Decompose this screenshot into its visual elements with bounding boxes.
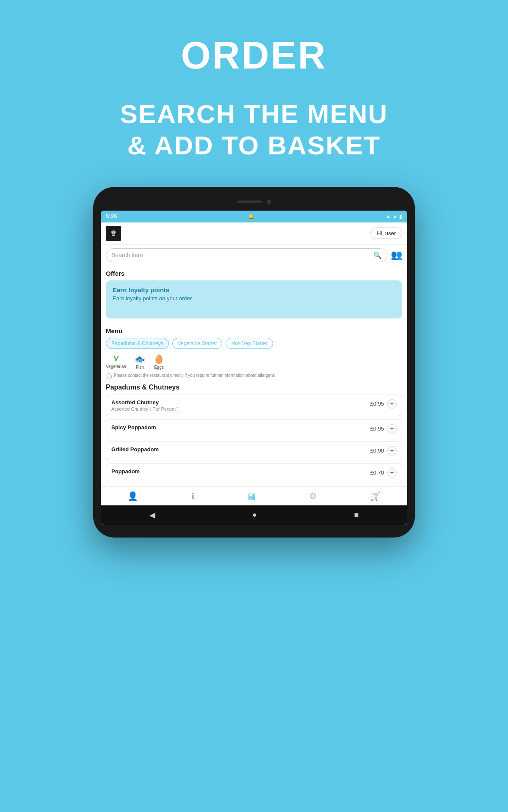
fish-label: Fish [136,365,144,370]
nav-item-info[interactable]: ℹ [191,491,195,501]
page-title: ORDER [181,34,327,77]
dietary-fish: 🐟 Fish [135,354,145,370]
status-notification-icon: 🔔 [248,214,254,219]
menu-categories: Papadums & Chutneys Vegetable Starter No… [106,338,402,349]
dietary-icons-row: V Vegetarian 🐟 Fish 🥚 Eggs [106,354,402,370]
category-chip-veg-starter[interactable]: Vegetable Starter [172,338,223,349]
gear-icon: ⚙ [309,491,317,501]
app-logo: ♛ [106,226,121,241]
offers-label: Offers [106,270,402,277]
vegetarian-icon: V [113,354,119,363]
fish-icon: 🐟 [135,354,145,364]
status-battery-icon: ▮ [399,214,402,219]
dietary-vegetarian: V Vegetarian [106,354,126,369]
info-icon: i [106,373,112,379]
eggs-label: Eggs [154,365,164,370]
nav-item-basket[interactable]: 🛒 [370,491,381,501]
status-signal-icon: ▲ [392,214,398,219]
category-chip-nonveg-starter[interactable]: Non Veg Starter [226,338,273,349]
back-button[interactable]: ◀ [149,510,155,520]
menu-item-price: £0.70 [370,469,384,476]
table-row: Poppadom £0.70 + [106,464,402,482]
menu-item-info: Spicy Poppadom [111,424,370,431]
menu-item-name: Grilled Poppadom [111,446,370,453]
search-placeholder: Search item [111,252,370,258]
profile-icon: 👤 [127,491,138,501]
menu-label: Menu [106,327,402,335]
table-row: Grilled Poppadom £0.90 + [106,442,402,460]
search-section: Search item 🔍 👥 [101,245,407,266]
device-frame: 5:25 🔔 ▲ ▲ ▮ ♛ Hi, user Search item 🔍 👥 [93,187,415,538]
add-item-button[interactable]: + [387,399,397,409]
menu-item-price: £0.95 [370,425,384,432]
add-item-button[interactable]: + [387,424,397,433]
menu-item-price: £0.90 [370,447,384,454]
menu-item-name: Spicy Poppadom [111,424,370,431]
offers-section: Offers Earn loyalty points Earn loyalty … [101,266,407,323]
menu-item-info: Poppadom [111,468,370,475]
menu-item-info: Assorted Chutney Assorted Chutney ( Per … [111,399,370,411]
device-camera [267,200,271,204]
device-speaker [237,200,262,203]
home-button[interactable]: ● [252,510,257,519]
android-nav-bar: ◀ ● ■ [101,505,407,525]
menu-item-desc: Assorted Chutney ( Per Person ) [111,406,370,411]
dietary-eggs: 🥚 Eggs [154,354,164,370]
crown-icon: ♛ [110,229,117,238]
menu-subsection-title: Papadums & Chutneys [106,384,402,391]
table-row: Assorted Chutney Assorted Chutney ( Per … [106,395,402,416]
basket-icon: 🛒 [370,491,381,501]
bottom-nav: 👤 ℹ ▦ ⚙ 🛒 [101,486,407,505]
app-header: ♛ Hi, user [101,222,407,245]
allergen-text: Please contact the restaurant directly i… [114,373,275,378]
filter-people-icon[interactable]: 👥 [391,250,402,261]
status-time: 5:25 [106,213,117,219]
nav-item-profile[interactable]: 👤 [127,491,138,501]
recent-button[interactable]: ■ [354,510,359,519]
offer-title: Earn loyalty points [113,286,395,294]
menu-item-price: £0.95 [370,401,384,407]
search-bar[interactable]: Search item 🔍 [106,248,387,262]
device-screen: 5:25 🔔 ▲ ▲ ▮ ♛ Hi, user Search item 🔍 👥 [101,211,407,525]
info-nav-icon: ℹ [191,491,195,501]
page-subtitle: SEARCH THE MENU & ADD TO BASKET [120,99,388,162]
table-row: Spicy Poppadom £0.95 + [106,420,402,438]
nav-item-settings[interactable]: ⚙ [309,491,317,501]
offer-card[interactable]: Earn loyalty points Earn loyalty points … [106,280,402,318]
menu-section: Menu Papadums & Chutneys Vegetable Start… [101,323,407,486]
search-icon: 🔍 [373,251,382,259]
add-item-button[interactable]: + [387,446,397,455]
menu-item-name: Assorted Chutney [111,399,370,406]
allergen-notice: i Please contact the restaurant directly… [106,373,402,379]
add-item-button[interactable]: + [387,468,397,477]
menu-item-name: Poppadom [111,468,370,475]
status-wifi-icon: ▲ [386,214,391,219]
hi-user-button[interactable]: Hi, user [370,228,402,239]
category-chip-papadums[interactable]: Papadums & Chutneys [106,338,169,349]
status-bar: 5:25 🔔 ▲ ▲ ▮ [101,211,407,222]
vegetarian-label: Vegetarian [106,364,126,369]
menu-item-info: Grilled Poppadom [111,446,370,453]
eggs-icon: 🥚 [154,354,164,364]
nav-item-menu[interactable]: ▦ [248,491,256,501]
menu-items-list: Assorted Chutney Assorted Chutney ( Per … [106,395,402,482]
offer-desc: Earn loyalty points on your order [113,295,395,302]
menu-grid-icon: ▦ [248,491,256,501]
